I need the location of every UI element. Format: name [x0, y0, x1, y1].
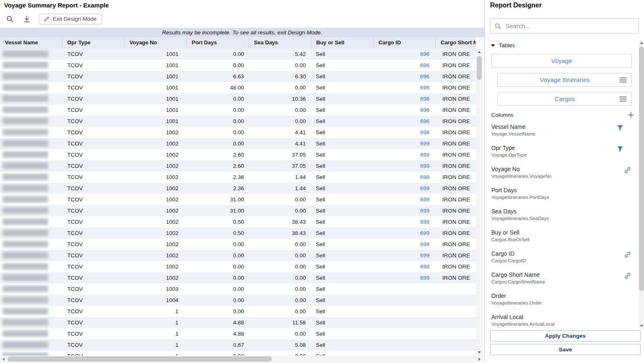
cargo-id-link[interactable]: 696: [420, 51, 429, 57]
filter-icon[interactable]: [617, 145, 624, 152]
scroll-left-button[interactable]: [0, 356, 7, 363]
table-row[interactable]: TCOV 1002 0.00 0.00 Sell 698 IRON ORE: [0, 261, 476, 272]
exit-design-mode-button[interactable]: Exit Design Mode: [39, 14, 102, 24]
menu-icon[interactable]: [620, 77, 627, 82]
column-header-cargo-short-name[interactable]: Cargo Short Name: [436, 37, 476, 48]
table-row[interactable]: TCOV 1002 2.36 1.44 Sell 699 IRON ORE: [0, 183, 476, 194]
column-header-sea-days[interactable]: Sea Days: [249, 37, 311, 48]
cargo-id-cell: 698: [373, 261, 436, 272]
horizontal-scroll-thumb[interactable]: [7, 356, 272, 362]
designer-column-item-vessel-name[interactable]: Vessel Name Voyage.VesselName: [491, 120, 634, 141]
save-button[interactable]: Save: [490, 344, 641, 355]
menu-icon[interactable]: [620, 97, 627, 102]
table-horizontal-scrollbar[interactable]: [0, 356, 483, 363]
cargo-id-link[interactable]: 698: [420, 174, 429, 180]
designer-column-item-cargo-short-name[interactable]: Cargo Short Name Cargos.CargoShortName: [491, 268, 634, 289]
table-row[interactable]: TCOV 1002 0.50 38.43 Sell 698 IRON ORE: [0, 216, 476, 227]
designer-table-button-cargos[interactable]: Cargos: [498, 92, 632, 106]
table-row[interactable]: TCOV 1001 0.00 0.00 Sell 696 IRON ORE: [0, 104, 476, 116]
columns-section-header: Columns: [491, 111, 634, 119]
link-icon[interactable]: [624, 251, 631, 258]
cargo-id-link[interactable]: 696: [420, 107, 429, 113]
scroll-right-button[interactable]: [476, 356, 483, 363]
table-row[interactable]: TCOV 1001 48.00 0.00 Sell 696 IRON ORE: [0, 82, 476, 93]
cargo-id-link[interactable]: 698: [420, 264, 429, 270]
cargo-id-link[interactable]: 699: [420, 275, 429, 281]
table-row[interactable]: TCOV 1004 0.00 0.00 Sell: [0, 295, 476, 306]
vertical-scroll-thumb[interactable]: [477, 56, 482, 80]
designer-scroll-thumb[interactable]: [639, 46, 644, 291]
cargo-id-link[interactable]: 698: [420, 129, 429, 136]
table-row[interactable]: TCOV 1002 2.36 1.44 Sell 698 IRON ORE: [0, 172, 476, 183]
table-row[interactable]: TCOV 1003 0.00 0.00 Sell: [0, 283, 476, 295]
column-header-buy-or-sell[interactable]: Buy or Sell: [311, 37, 373, 48]
cargo-id-link[interactable]: 699: [420, 252, 429, 259]
designer-search-box[interactable]: [490, 18, 639, 34]
cargo-id-link[interactable]: 698: [420, 152, 429, 158]
scroll-down-button[interactable]: [476, 349, 483, 356]
add-column-button[interactable]: [627, 111, 634, 119]
cargo-id-link[interactable]: 699: [420, 208, 429, 214]
designer-column-item-voyage-no[interactable]: Voyage No VoyageItineraries.VoyageNo: [491, 162, 634, 184]
table-row[interactable]: TCOV 1 0.00 0.00 Sell: [0, 351, 476, 356]
link-icon[interactable]: [624, 167, 631, 174]
designer-table-button-voyage-itineraries[interactable]: Voyage Itineraries: [498, 73, 632, 87]
cargo-id-link[interactable]: 698: [420, 219, 429, 225]
table-row[interactable]: TCOV 1002 31.00 0.00 Sell 699 IRON ORE: [0, 205, 476, 216]
designer-table-button-voyage[interactable]: Voyage: [491, 54, 632, 68]
cargo-id-link[interactable]: 699: [420, 230, 429, 236]
table-row[interactable]: TCOV 1002 0.00 4.41 Sell 699 IRON ORE: [0, 138, 476, 149]
table-row[interactable]: TCOV 1001 6.63 6.30 Sell 696 IRON ORE: [0, 71, 476, 82]
table-row[interactable]: TCOV 1002 2.60 37.05 Sell 698 IRON ORE: [0, 149, 476, 160]
table-row[interactable]: TCOV 1002 0.00 4.41 Sell 698 IRON ORE: [0, 127, 476, 138]
table-row[interactable]: TCOV 1002 0.50 38.43 Sell 699 IRON ORE: [0, 227, 476, 239]
table-row[interactable]: TCOV 1002 31.00 0.00 Sell 698 IRON ORE: [0, 194, 476, 205]
table-row[interactable]: TCOV 1001 0.00 10.36 Sell 696 IRON ORE: [0, 93, 476, 104]
table-row[interactable]: TCOV 1001 0.00 0.00 Sell 696 IRON ORE: [0, 116, 476, 127]
designer-column-item-sea-days[interactable]: Sea Days VoyageItineraries.SeaDays: [491, 205, 634, 226]
table-row[interactable]: TCOV 1 4.88 0.00 Sell: [0, 328, 476, 339]
table-row[interactable]: TCOV 1001 0.00 5.42 Sell 696 IRON ORE: [0, 48, 476, 60]
designer-column-item-order[interactable]: Order VoyageItineraries.Order: [491, 289, 634, 310]
scroll-up-button[interactable]: [639, 40, 644, 46]
designer-column-item-opr-type[interactable]: Opr Type Voyage.OprType: [491, 141, 634, 162]
apply-changes-button[interactable]: Apply Changes: [490, 330, 641, 341]
cargo-id-link[interactable]: 698: [420, 241, 429, 247]
cargo-id-link[interactable]: 699: [420, 140, 429, 147]
download-icon[interactable]: [22, 15, 31, 23]
designer-column-item-port-days[interactable]: Port Days VoyageItineraries.PortDays: [491, 184, 634, 205]
table-vertical-scrollbar[interactable]: [476, 48, 483, 356]
table-row[interactable]: TCOV 1002 0.00 0.00 Sell 698 IRON ORE: [0, 239, 476, 250]
column-header-voyage-no[interactable]: Voyage No: [124, 37, 187, 48]
designer-column-item-cargo-id[interactable]: Cargo ID Cargos.CargoID: [491, 247, 634, 268]
designer-column-item-arrival-local[interactable]: Arrival Local VoyageItineraries.ArrivalL…: [491, 310, 634, 327]
cargo-id-link[interactable]: 699: [420, 185, 429, 191]
filter-icon[interactable]: [617, 124, 624, 131]
link-icon[interactable]: [624, 272, 631, 279]
cargo-id-link[interactable]: 698: [420, 196, 429, 203]
scroll-down-button[interactable]: [639, 323, 644, 329]
cargo-id-link[interactable]: 699: [420, 163, 429, 169]
tables-section-toggle[interactable]: Tables: [491, 42, 515, 48]
column-header-opr-type[interactable]: Opr Type: [62, 37, 124, 48]
cargo-id-link[interactable]: 696: [420, 62, 429, 68]
cargo-id-link[interactable]: 696: [420, 96, 429, 102]
column-header-port-days[interactable]: Port Days: [187, 37, 249, 48]
designer-scrollbar[interactable]: [639, 40, 644, 329]
table-row[interactable]: TCOV 1 0.00 0.00 Sell: [0, 306, 476, 317]
table-row[interactable]: TCOV 1002 2.60 37.05 Sell 699 IRON ORE: [0, 160, 476, 172]
table-row[interactable]: TCOV 1002 0.00 0.00 Sell 699 IRON ORE: [0, 272, 476, 283]
cargo-id-link[interactable]: 696: [420, 73, 429, 80]
table-row[interactable]: TCOV 1002 0.00 0.00 Sell 699 IRON ORE: [0, 250, 476, 261]
column-header-vessel-name[interactable]: Vessel Name: [0, 37, 62, 48]
table-row[interactable]: TCOV 1 4.88 11.58 Sell: [0, 317, 476, 328]
table-row[interactable]: TCOV 1 0.67 5.08 Sell: [0, 339, 476, 351]
column-header-cargo-id[interactable]: Cargo ID: [373, 37, 436, 48]
cargo-id-link[interactable]: 696: [420, 85, 429, 91]
cargo-id-link[interactable]: 696: [420, 118, 429, 124]
search-input[interactable]: [505, 22, 638, 30]
table-row[interactable]: TCOV 1001 0.00 0.00 Sell 696 IRON ORE: [0, 60, 476, 71]
scroll-up-button[interactable]: [476, 48, 483, 55]
designer-column-item-buy-or-sell[interactable]: Buy or Sell Cargos.BuyOrSell: [491, 226, 634, 247]
search-icon[interactable]: [6, 15, 14, 23]
